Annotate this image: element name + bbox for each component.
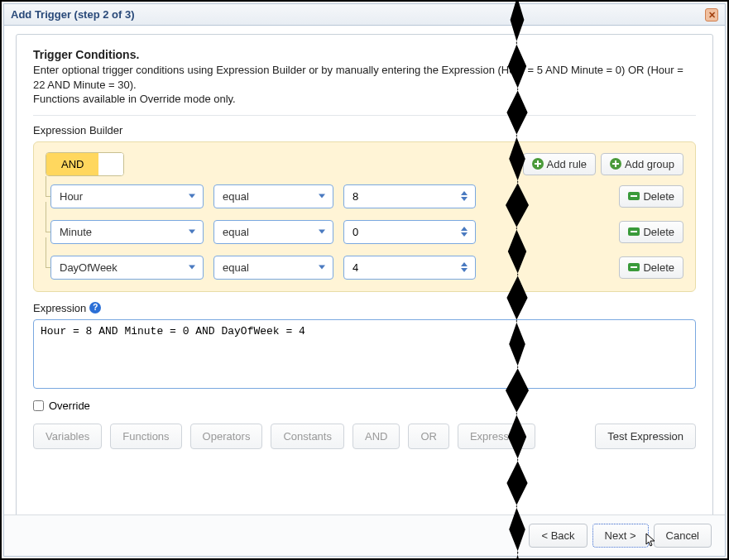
section-heading: Trigger Conditions. (33, 48, 696, 61)
group-operator-and[interactable]: AND (46, 153, 98, 175)
rule-operator-select[interactable]: equal (213, 256, 333, 280)
group-operator-or[interactable] (98, 153, 123, 175)
rule-field-select[interactable]: DayOfWeek (50, 256, 204, 280)
stepper-up-icon[interactable] (461, 262, 468, 266)
delete-rule-button[interactable]: Delete (619, 256, 683, 279)
operators-button[interactable]: Operators (190, 424, 263, 449)
dialog-title: Add Trigger (step 2 of 3) (11, 8, 135, 21)
plus-icon (532, 158, 544, 170)
rule-value-input[interactable] (343, 184, 476, 208)
expression-builder-label: Expression Builder (33, 124, 696, 136)
back-button[interactable]: < Back (529, 524, 587, 548)
delete-label: Delete (643, 190, 674, 203)
functions-button[interactable]: Functions (110, 424, 181, 449)
test-expression-button[interactable]: Test Expression (595, 424, 696, 449)
delete-icon (628, 263, 640, 271)
override-checkbox[interactable] (33, 400, 44, 411)
stepper-down-icon[interactable] (461, 197, 468, 201)
rules-list: Hour equal Delete (50, 184, 683, 280)
delete-icon (628, 192, 640, 200)
delete-rule-button[interactable]: Delete (619, 185, 683, 208)
close-icon[interactable]: ✕ (705, 8, 718, 22)
add-rule-label: Add rule (547, 158, 587, 170)
group-operator-toggle[interactable]: AND (46, 152, 124, 176)
and-button[interactable]: AND (353, 424, 400, 449)
stepper-down-icon[interactable] (461, 268, 468, 272)
next-button[interactable]: Next > (592, 524, 649, 548)
rule-field-select[interactable]: Hour (50, 184, 204, 208)
expression-builder-panel: AND Add rule Add group (33, 141, 696, 292)
dialog-header: Add Trigger (step 2 of 3) ✕ (4, 4, 725, 26)
cancel-button[interactable]: Cancel (654, 524, 712, 548)
stepper-up-icon[interactable] (461, 227, 468, 231)
stepper-up-icon[interactable] (461, 191, 468, 195)
rule-value-input[interactable] (343, 256, 476, 280)
stepper-down-icon[interactable] (461, 232, 468, 237)
section-description: Enter optional trigger conditions using … (33, 63, 696, 107)
expression-textarea[interactable] (33, 319, 696, 389)
divider (33, 115, 696, 116)
delete-rule-button[interactable]: Delete (619, 221, 683, 243)
delete-label: Delete (643, 226, 674, 238)
delete-label: Delete (643, 261, 674, 274)
dialog-content-panel: Trigger Conditions. Enter optional trigg… (16, 34, 713, 515)
expression-tools: Variables Functions Operators Constants … (33, 424, 696, 449)
add-group-label: Add group (625, 158, 674, 170)
override-label: Override (49, 400, 90, 412)
rule-row: Hour equal Delete (50, 184, 683, 208)
plus-icon (610, 158, 621, 170)
add-trigger-dialog: Add Trigger (step 2 of 3) ✕ Trigger Cond… (3, 3, 726, 557)
delete-icon (628, 227, 640, 236)
rule-row: Minute equal Delete (50, 220, 683, 244)
rule-field-select[interactable]: Minute (50, 220, 204, 244)
dialog-footer: < Back Next > Cancel (4, 515, 725, 556)
variables-button[interactable]: Variables (33, 424, 102, 449)
or-button[interactable]: OR (408, 424, 449, 449)
rule-operator-select[interactable]: equal (213, 184, 333, 208)
expression-label: Expression ? (33, 302, 696, 314)
constants-button[interactable]: Constants (271, 424, 344, 449)
rule-row: DayOfWeek equal Delete (50, 256, 683, 280)
help-icon[interactable]: ? (89, 302, 101, 314)
rule-value-input[interactable] (343, 220, 476, 244)
add-group-button[interactable]: Add group (601, 153, 683, 175)
rule-operator-select[interactable]: equal (213, 220, 333, 244)
add-rule-button[interactable]: Add rule (523, 153, 596, 175)
